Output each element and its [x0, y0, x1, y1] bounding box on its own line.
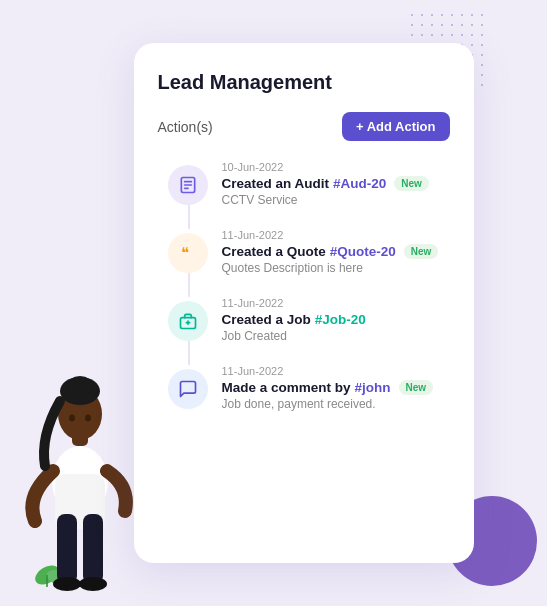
lead-management-card: Lead Management Action(s) + Add Action 1… — [134, 43, 474, 563]
card-title: Lead Management — [158, 71, 450, 94]
timeline-item-comment: 11-Jun-2022 Made a comment by #john New … — [168, 365, 450, 411]
svg-point-13 — [67, 376, 93, 396]
job-icon — [178, 311, 198, 331]
audit-title-highlight: #Aud-20 — [333, 176, 386, 191]
job-title: Created a Job #Job-20 — [222, 312, 450, 327]
quote-badge: New — [404, 244, 439, 259]
comment-title-highlight: #john — [355, 380, 391, 395]
character-figure — [15, 326, 145, 606]
timeline: 10-Jun-2022 Created an Audit #Aud-20 New… — [158, 161, 450, 411]
job-title-highlight: #Job-20 — [315, 312, 366, 327]
comment-badge: New — [399, 380, 434, 395]
actions-header: Action(s) + Add Action — [158, 112, 450, 141]
quote-icon-wrap: ❝ — [168, 233, 208, 273]
add-action-button[interactable]: + Add Action — [342, 112, 450, 141]
job-description: Job Created — [222, 329, 450, 343]
job-content: 11-Jun-2022 Created a Job #Job-20 Job Cr… — [222, 297, 450, 343]
quote-title-highlight: #Quote-20 — [330, 244, 396, 259]
job-icon-wrap — [168, 301, 208, 341]
audit-badge: New — [394, 176, 429, 191]
comment-title-prefix: Made a comment by — [222, 380, 351, 395]
job-date: 11-Jun-2022 — [222, 297, 450, 309]
audit-title: Created an Audit #Aud-20 New — [222, 176, 450, 191]
comment-description: Job done, payment received. — [222, 397, 450, 411]
svg-point-9 — [79, 577, 107, 591]
svg-point-15 — [85, 415, 91, 422]
audit-icon — [178, 175, 198, 195]
quote-date: 11-Jun-2022 — [222, 229, 450, 241]
audit-title-prefix: Created an Audit — [222, 176, 330, 191]
audit-date: 10-Jun-2022 — [222, 161, 450, 173]
timeline-item-job: 11-Jun-2022 Created a Job #Job-20 Job Cr… — [168, 297, 450, 343]
comment-date: 11-Jun-2022 — [222, 365, 450, 377]
svg-point-8 — [53, 577, 81, 591]
comment-icon-wrap — [168, 369, 208, 409]
svg-rect-6 — [57, 514, 77, 584]
svg-rect-7 — [83, 514, 103, 584]
comment-icon — [178, 379, 198, 399]
svg-point-14 — [69, 415, 75, 422]
svg-text:❝: ❝ — [180, 245, 188, 261]
comment-title: Made a comment by #john New — [222, 380, 450, 395]
timeline-item-audit: 10-Jun-2022 Created an Audit #Aud-20 New… — [168, 161, 450, 207]
comment-content: 11-Jun-2022 Made a comment by #john New … — [222, 365, 450, 411]
audit-icon-wrap — [168, 165, 208, 205]
quote-description: Quotes Description is here — [222, 261, 450, 275]
quote-title: Created a Quote #Quote-20 New — [222, 244, 450, 259]
timeline-item-quote: ❝ 11-Jun-2022 Created a Quote #Quote-20 … — [168, 229, 450, 275]
quote-content: 11-Jun-2022 Created a Quote #Quote-20 Ne… — [222, 229, 450, 275]
audit-description: CCTV Service — [222, 193, 450, 207]
audit-content: 10-Jun-2022 Created an Audit #Aud-20 New… — [222, 161, 450, 207]
actions-label: Action(s) — [158, 119, 213, 135]
job-title-prefix: Created a Job — [222, 312, 311, 327]
quote-title-prefix: Created a Quote — [222, 244, 326, 259]
quote-icon: ❝ — [178, 243, 198, 263]
